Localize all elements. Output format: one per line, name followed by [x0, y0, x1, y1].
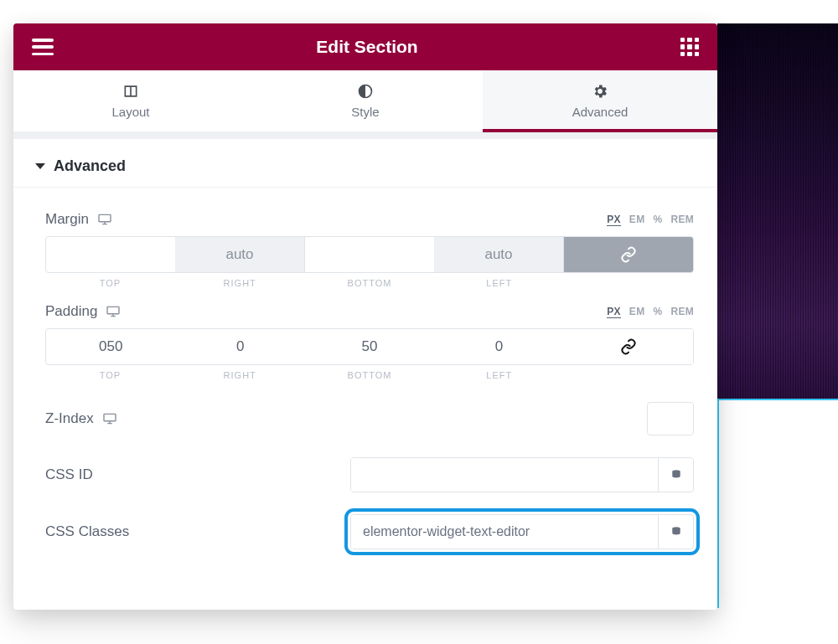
cssid-label: CSS ID — [45, 466, 93, 483]
section-title: Advanced — [54, 157, 126, 175]
panel-tabs: Layout Style Advanced — [13, 70, 717, 132]
svg-rect-0 — [99, 214, 111, 221]
desktop-icon[interactable] — [106, 306, 121, 317]
margin-inputs: auto auto — [45, 236, 694, 273]
sublabel-left: LEFT — [434, 370, 564, 380]
tab-layout[interactable]: Layout — [13, 70, 248, 131]
section-body: Margin PX EM % REM auto auto — [13, 188, 717, 566]
tab-style[interactable]: Style — [248, 70, 483, 131]
margin-units: PX EM % REM — [607, 214, 694, 226]
cssclasses-control: CSS Classes — [45, 514, 694, 549]
sublabel-right: RIGHT — [175, 278, 305, 288]
margin-control: Margin PX EM % REM auto auto — [45, 211, 694, 288]
padding-units: PX EM % REM — [607, 306, 694, 318]
tabs-divider — [13, 132, 717, 139]
cssid-input[interactable] — [351, 458, 658, 492]
cssid-control: CSS ID — [45, 457, 694, 492]
tab-advanced[interactable]: Advanced — [483, 70, 717, 131]
panel-title: Edit Section — [316, 37, 417, 57]
tab-label: Style — [351, 105, 379, 119]
database-icon — [670, 469, 682, 481]
desktop-icon[interactable] — [102, 413, 117, 425]
padding-top-input[interactable] — [46, 329, 175, 364]
padding-bottom-input[interactable] — [305, 329, 434, 364]
caret-down-icon — [35, 163, 45, 169]
padding-inputs — [45, 328, 694, 365]
padding-control: Padding PX EM % REM — [45, 303, 694, 380]
widgets-grid-icon[interactable] — [680, 38, 699, 56]
unit-rem[interactable]: REM — [670, 306, 694, 318]
margin-label: Margin — [45, 211, 89, 228]
unit-pct[interactable]: % — [653, 214, 662, 226]
canvas-selection-frame — [717, 399, 838, 608]
margin-left-input[interactable]: auto — [434, 237, 564, 272]
link-icon — [620, 246, 637, 263]
menu-icon[interactable] — [32, 39, 54, 55]
margin-link-toggle[interactable] — [564, 237, 693, 272]
zindex-input[interactable] — [647, 402, 694, 435]
sublabel-left: LEFT — [434, 278, 564, 288]
margin-right-input[interactable]: auto — [175, 237, 305, 272]
tab-label: Advanced — [572, 105, 628, 119]
section-header-advanced[interactable]: Advanced — [13, 139, 717, 188]
sublabel-top: TOP — [45, 370, 175, 380]
padding-link-toggle[interactable] — [564, 329, 693, 364]
dynamic-tags-button[interactable] — [658, 458, 693, 492]
panel-header: Edit Section — [13, 23, 717, 70]
database-icon — [670, 526, 682, 538]
unit-rem[interactable]: REM — [670, 214, 694, 226]
zindex-label: Z-Index — [45, 410, 94, 427]
contrast-icon — [357, 83, 374, 100]
unit-px[interactable]: PX — [607, 306, 621, 318]
link-icon — [620, 338, 637, 355]
svg-rect-1 — [107, 307, 119, 313]
svg-rect-2 — [104, 414, 116, 420]
gear-icon — [592, 83, 608, 100]
margin-sublabels: TOP RIGHT BOTTOM LEFT — [45, 278, 694, 288]
zindex-control: Z-Index — [45, 402, 694, 435]
sublabel-bottom: BOTTOM — [305, 278, 435, 288]
margin-bottom-input[interactable] — [305, 237, 434, 272]
unit-pct[interactable]: % — [653, 306, 662, 318]
dynamic-tags-button[interactable] — [658, 515, 693, 549]
unit-em[interactable]: EM — [629, 214, 645, 226]
sublabel-right: RIGHT — [175, 370, 305, 380]
sublabel-top: TOP — [45, 278, 175, 288]
margin-top-input[interactable] — [46, 237, 175, 272]
canvas-preview — [717, 23, 838, 399]
padding-label: Padding — [45, 303, 97, 320]
unit-px[interactable]: PX — [607, 214, 621, 226]
tab-label: Layout — [111, 105, 149, 119]
columns-icon — [122, 83, 139, 100]
cssclasses-input[interactable] — [351, 515, 658, 549]
sublabel-bottom: BOTTOM — [305, 370, 435, 380]
unit-em[interactable]: EM — [629, 306, 645, 318]
desktop-icon[interactable] — [97, 214, 112, 225]
cssclasses-label: CSS Classes — [45, 523, 129, 540]
padding-left-input[interactable] — [434, 329, 563, 364]
padding-sublabels: TOP RIGHT BOTTOM LEFT — [45, 370, 694, 380]
editor-panel: Edit Section Layout Style Advanced Advan… — [13, 23, 717, 610]
padding-right-input[interactable] — [175, 329, 304, 364]
